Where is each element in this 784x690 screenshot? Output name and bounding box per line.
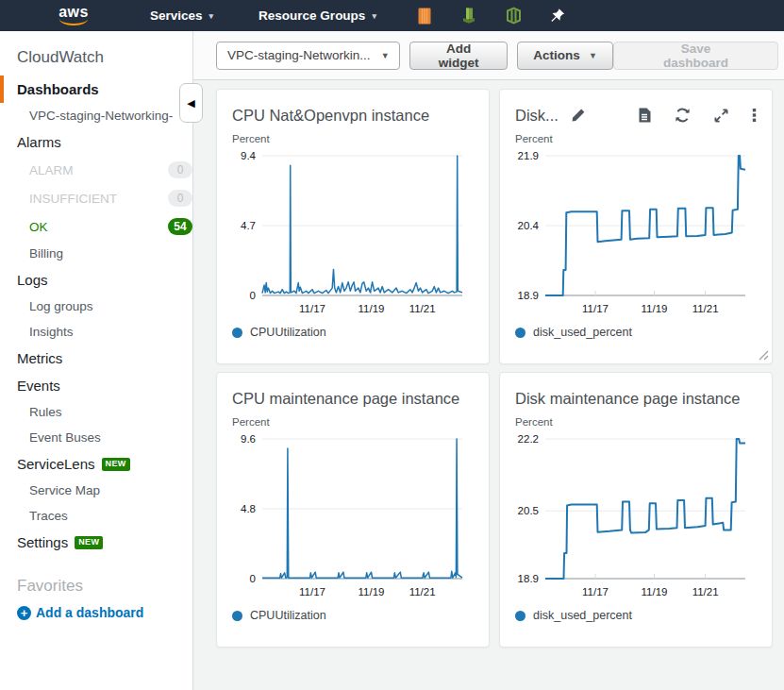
save-dashboard-button[interactable]: Save dashboard: [613, 42, 778, 70]
sidebar-item-dashboards[interactable]: Dashboards: [0, 76, 192, 103]
sidebar-item-vpc-staging-networking[interactable]: VPC-staging-Networking-: [17, 103, 192, 128]
sidebar-item-events[interactable]: Events: [17, 372, 192, 399]
sidebar-item-label: Rules: [29, 405, 62, 419]
sidebar-item-alarms[interactable]: Alarms: [17, 128, 192, 156]
nav-resource-groups-label: Resource Groups: [259, 8, 365, 23]
svg-text:11/19: 11/19: [642, 586, 668, 597]
sidebar-item-label: Service Map: [29, 483, 100, 497]
add-widget-button[interactable]: Add widget: [409, 42, 509, 70]
sidebar-item-log-groups[interactable]: Log groups: [17, 294, 192, 319]
sidebar-item-logs[interactable]: Logs: [17, 266, 192, 294]
sidebar-item-label: CloudWatch: [17, 50, 104, 64]
legend-label: disk_used_percent: [533, 609, 632, 622]
sidebar-item-servicelens[interactable]: ServiceLensNEW: [17, 450, 192, 478]
sidebar-item-insufficient[interactable]: INSUFFICIENT0: [17, 184, 192, 212]
chart-legend[interactable]: CPUUtilization: [232, 326, 474, 339]
y-axis-unit-label: Percent: [515, 133, 757, 144]
count-badge: 54: [168, 218, 192, 235]
chart-legend[interactable]: disk_used_percent: [515, 609, 757, 622]
svg-text:11/19: 11/19: [359, 303, 385, 314]
cpu-maintenance-chart[interactable]: 9.64.8011/1711/1911/21: [232, 429, 475, 605]
edit-icon[interactable]: [571, 108, 586, 123]
legend-dot: [515, 611, 525, 621]
refresh-icon[interactable]: [675, 108, 691, 123]
resize-handle-icon[interactable]: [759, 350, 769, 361]
sidebar-collapse-button[interactable]: ◀: [179, 83, 203, 123]
sidebar-item-label: Settings: [17, 535, 68, 549]
svg-text:11/17: 11/17: [299, 586, 325, 597]
orange-service-icon[interactable]: [416, 7, 433, 25]
disk-maintenance-chart[interactable]: 22.220.518.911/1711/1911/21: [515, 429, 759, 605]
add-widget-label: Add widget: [425, 42, 492, 70]
nav-services-menu[interactable]: Services ▾: [146, 0, 217, 31]
sidebar-item-label: Alarms: [17, 135, 61, 149]
sidebar-item-insights[interactable]: Insights: [17, 319, 192, 345]
chevron-down-icon: ▾: [372, 11, 376, 21]
sidebar-item-service-map[interactable]: Service Map: [17, 478, 192, 503]
svg-text:21.9: 21.9: [518, 150, 539, 161]
svg-text:11/21: 11/21: [692, 586, 719, 597]
new-badge: NEW: [75, 536, 103, 549]
y-axis-unit-label: Percent: [232, 133, 474, 144]
svg-text:11/17: 11/17: [582, 303, 609, 314]
widget-title: Disk...: [515, 107, 559, 125]
svg-text:11/21: 11/21: [409, 586, 436, 597]
sidebar-item-favorites: Favorites: [17, 556, 192, 598]
chart-legend[interactable]: CPUUtilization: [232, 609, 474, 622]
widgets-grid: CPU Nat&Openvpn instance Percent 9.44.70…: [193, 80, 784, 648]
sidebar-item-ok[interactable]: OK54: [17, 212, 192, 241]
svg-text:0: 0: [250, 290, 256, 301]
legend-label: CPUUtilization: [250, 326, 326, 339]
sidebar-item-rules[interactable]: Rules: [17, 399, 192, 425]
sidebar-item-label: ALARM: [29, 163, 74, 177]
dashboard-select[interactable]: VPC-staging-Networkin... ▼: [216, 42, 400, 70]
sidebar-item-label: Traces: [29, 509, 68, 523]
sidebar-item-event-buses[interactable]: Event Buses: [17, 425, 192, 450]
save-dashboard-label: Save dashboard: [648, 42, 743, 70]
pinned-service-shortcuts: [416, 7, 566, 25]
aws-smile-icon: [59, 18, 88, 25]
svg-text:9.4: 9.4: [241, 150, 257, 161]
enlarge-icon[interactable]: [714, 109, 728, 123]
sidebar-item-add-a-dashboard[interactable]: +Add a dashboard: [17, 598, 192, 628]
green-cube-service-icon[interactable]: [505, 7, 523, 25]
legend-dot: [232, 328, 242, 338]
sidebar-item-label: OK: [29, 220, 48, 234]
dashboard-select-value: VPC-staging-Networkin...: [227, 48, 371, 62]
sidebar-item-label: Event Buses: [29, 430, 101, 445]
sidebar-item-cloudwatch[interactable]: CloudWatch: [17, 42, 192, 76]
actions-label: Actions: [533, 48, 580, 62]
svg-text:18.9: 18.9: [518, 573, 539, 584]
sidebar-item-traces[interactable]: Traces: [17, 503, 192, 529]
actions-button[interactable]: Actions ▼: [517, 42, 612, 70]
widget-menu-icon[interactable]: [752, 108, 757, 123]
sidebar-item-label: Favorites: [17, 579, 83, 593]
sidebar-item-billing[interactable]: Billing: [17, 241, 192, 266]
svg-text:11/21: 11/21: [409, 303, 436, 314]
disk-used-percent-chart[interactable]: 21.920.418.911/1711/1911/21: [515, 146, 759, 322]
svg-text:9.6: 9.6: [241, 433, 256, 445]
sidebar-item-settings[interactable]: SettingsNEW: [17, 529, 192, 556]
nav-resource-groups-menu[interactable]: Resource Groups ▾: [255, 0, 380, 31]
aws-logo[interactable]: aws: [54, 6, 93, 25]
sidebar-item-alarm[interactable]: ALARM0: [17, 156, 192, 184]
widget-title: CPU maintenance page instance: [232, 390, 459, 408]
svg-text:20.5: 20.5: [518, 505, 539, 516]
sidebar-item-label: Billing: [29, 246, 63, 261]
nav-services-label: Services: [150, 8, 203, 23]
select-caret-icon: ▼: [381, 51, 390, 60]
widget-title: Disk maintenance page instance: [515, 390, 740, 408]
chart-legend[interactable]: disk_used_percent: [515, 326, 757, 339]
pin-icon[interactable]: [550, 8, 566, 25]
aws-logo-text: aws: [58, 6, 89, 19]
cpu-nat-openvpn-chart[interactable]: 9.44.7011/1711/1911/21: [232, 146, 475, 322]
svg-text:0: 0: [250, 573, 256, 584]
logs-icon[interactable]: [638, 108, 651, 123]
chevron-down-icon: ▼: [589, 51, 597, 60]
y-axis-unit-label: Percent: [232, 416, 474, 428]
svg-text:11/19: 11/19: [642, 303, 668, 314]
sidebar-item-metrics[interactable]: Metrics: [17, 345, 192, 372]
main-content: VPC-staging-Networkin... ▼ Add widget Ac…: [193, 31, 784, 690]
green-service-icon[interactable]: [460, 7, 477, 25]
sidebar-item-label: ServiceLens: [17, 457, 95, 471]
